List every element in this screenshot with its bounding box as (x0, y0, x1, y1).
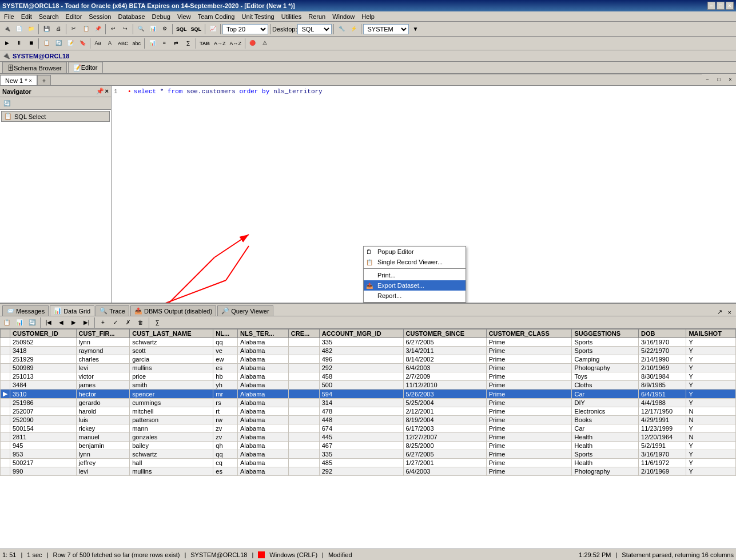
col-header-nls-ter[interactable]: NLS_TER... (238, 329, 289, 338)
menu-utilities[interactable]: Utilities (279, 13, 304, 21)
editor-inner-min[interactable]: − (702, 74, 713, 85)
dg-btn-2[interactable]: 📊 (14, 317, 25, 328)
ctx-export-dataset[interactable]: 📤 Export Dataset... (364, 280, 466, 291)
toolbar-btn-6[interactable]: ✂ (68, 23, 79, 35)
toolbar-btn-3[interactable]: 📁 (25, 23, 37, 35)
col-header-nl[interactable]: NL... (213, 329, 238, 338)
toolbar-undo[interactable]: ↩ (108, 23, 119, 35)
toolbar2-format[interactable]: Aa (92, 38, 104, 49)
ctx-report[interactable]: Report... (364, 291, 466, 301)
editor-tab-close-icon[interactable]: × (29, 78, 32, 84)
top-n-select[interactable]: Top 20 Top 50 Top 100 All (222, 24, 268, 34)
tab-query-viewer[interactable]: 🔎 Query Viewer (217, 305, 273, 316)
table-row[interactable]: 250952 lynn schwartz qq Alabama 335 6/27… (1, 338, 736, 347)
dg-last-row[interactable]: ▶| (81, 317, 92, 328)
nav-refresh-btn[interactable]: 🔄 (1, 98, 13, 109)
toolbar2-btn-10[interactable]: abc (131, 38, 143, 49)
table-row[interactable]: 500217 jeffrey hall cq Alabama 485 1/27/… (1, 459, 736, 467)
data-grid-close-icon[interactable]: × (726, 309, 734, 316)
close-button[interactable]: × (726, 2, 734, 10)
nav-close-icon[interactable]: × (105, 88, 109, 95)
table-row[interactable]: 252090 luis patterson rw Alabama 448 8/1… (1, 416, 736, 424)
dg-next-row[interactable]: ▶ (68, 317, 79, 328)
table-row[interactable]: 252007 harold mitchell rt Alabama 478 2/… (1, 407, 736, 416)
toolbar-btn-15[interactable]: ⚡ (348, 23, 359, 35)
toolbar-btn-14[interactable]: 🔧 (336, 23, 347, 35)
user-select[interactable]: SYSTEM (363, 24, 409, 34)
table-row[interactable]: 251929 charles garcia ew Alabama 496 8/1… (1, 355, 736, 364)
toolbar2-btn-1[interactable]: ▶ (1, 38, 13, 49)
nav-sql-select[interactable]: 📋 SQL Select (1, 111, 110, 122)
dg-btn-3[interactable]: 🔄 (26, 317, 38, 328)
menu-view[interactable]: View (174, 13, 194, 21)
ctx-popup-editor[interactable]: 🗒 Popup Editor (364, 247, 466, 257)
col-header-cust-first[interactable]: CUST_FIR... (76, 329, 130, 338)
toolbar2-btn-12[interactable]: ≡ (158, 38, 170, 49)
toolbar2-btn-13[interactable]: ⇄ (170, 38, 182, 49)
toolbar-btn-12[interactable]: SQL (189, 23, 204, 35)
toolbar-btn-13[interactable]: 📈 (207, 23, 218, 35)
menu-session[interactable]: Session (86, 13, 114, 21)
toolbar-btn-8[interactable]: 📌 (92, 23, 104, 35)
menu-database[interactable]: Database (115, 13, 148, 21)
ctx-print[interactable]: Print... (364, 270, 466, 280)
toolbar2-btn-4[interactable]: 📋 (41, 38, 52, 49)
col-header-cre[interactable]: CRE... (288, 329, 319, 338)
dg-sort-btn[interactable]: ∑ (152, 317, 163, 328)
menu-debug[interactable]: Debug (149, 13, 173, 21)
menu-editor[interactable]: Editor (63, 13, 85, 21)
table-row[interactable]: 251986 gerardo cummings rs Alabama 314 5… (1, 399, 736, 407)
col-header-acct-mgr[interactable]: ACCOUNT_MGR_ID (319, 329, 403, 338)
toolbar2-btn-14[interactable]: ∑ (182, 38, 194, 49)
menu-teamcoding[interactable]: Team Coding (195, 13, 238, 21)
tab-data-grid[interactable]: 📊 Data Grid (50, 305, 94, 316)
data-grid-float-icon[interactable]: ↗ (715, 308, 725, 316)
toolbar2-btn-5[interactable]: 🔄 (53, 38, 64, 49)
ctx-single-record[interactable]: 📋 Single Record Viewer... (364, 257, 466, 267)
nav-pin-icon[interactable]: 📌 (96, 88, 104, 95)
toolbar-search[interactable]: 🔍 (135, 23, 146, 35)
dg-btn-4[interactable]: + (97, 317, 109, 328)
dg-btn-7[interactable]: 🗑 (135, 317, 146, 328)
col-header-cust-last[interactable]: CUST_LAST_NAME (130, 329, 213, 338)
toolbar2-btn-7[interactable]: 🔖 (77, 38, 88, 49)
col-header-cust-since[interactable]: CUSTOMER_SINCE (403, 329, 486, 338)
dg-prev-row[interactable]: ◀ (55, 317, 67, 328)
table-row[interactable]: ▶ 3510 hector spencer mr Alabama 594 5/2… (1, 390, 736, 399)
editor-inner-max[interactable]: □ (713, 74, 725, 85)
col-header-customer-id[interactable]: CUSTOMER_ID (10, 329, 77, 338)
toolbar2-btn-18[interactable]: 🔴 (247, 38, 258, 49)
toolbar-btn-7[interactable]: 📋 (80, 23, 91, 35)
title-bar-controls[interactable]: − □ × (707, 2, 734, 10)
tab-editor[interactable]: 📝 Editor (68, 62, 103, 73)
col-header-cust-class[interactable]: CUSTOMER_CLASS (486, 329, 572, 338)
dg-btn-6[interactable]: ✗ (122, 317, 134, 328)
toolbar-btn-16[interactable]: ▼ (409, 23, 421, 35)
table-row[interactable]: 251013 victor price hb Alabama 458 2/7/2… (1, 372, 736, 381)
table-row[interactable]: 945 benjamin bailey qh Alabama 467 8/25/… (1, 442, 736, 450)
dg-btn-5[interactable]: ✓ (110, 317, 121, 328)
toolbar-redo[interactable]: ↪ (120, 23, 131, 35)
dg-btn-1[interactable]: 📋 (1, 317, 13, 328)
col-header-mailshot[interactable]: MAILSHOT (686, 329, 736, 338)
tab-messages[interactable]: 📨 Messages (2, 305, 49, 316)
desktop-select[interactable]: SQL (297, 24, 332, 34)
toolbar-btn-9[interactable]: 📊 (147, 23, 158, 35)
tab-dbms-output[interactable]: 📤 DBMS Output (disabled) (130, 305, 216, 316)
toolbar2-btn-16[interactable]: A→Z (212, 38, 228, 49)
menu-unittesting[interactable]: Unit Testing (238, 13, 277, 21)
menu-rerun[interactable]: Rerun (305, 13, 328, 21)
toolbar2-btn-6[interactable]: 📝 (65, 38, 76, 49)
toolbar-btn-1[interactable]: 🔌 (1, 23, 13, 35)
toolbar2-btn-2[interactable]: ⏸ (13, 38, 25, 49)
toolbar-btn-5[interactable]: 🖨 (53, 23, 64, 35)
menu-file[interactable]: File (1, 13, 17, 21)
dg-first-row[interactable]: |◀ (43, 317, 54, 328)
table-row[interactable]: 2811 manuel gonzales zv Alabama 445 12/2… (1, 433, 736, 442)
toolbar2-btn-8[interactable]: A (104, 38, 116, 49)
table-row[interactable]: 500989 levi mullins es Alabama 292 6/4/2… (1, 364, 736, 372)
toolbar-btn-11[interactable]: SQL (174, 23, 189, 35)
tab-schema-browser[interactable]: 🗄 Schema Browser (2, 62, 67, 73)
maximize-button[interactable]: □ (717, 2, 725, 10)
data-grid-table-wrapper[interactable]: CUSTOMER_ID CUST_FIR... CUST_LAST_NAME N… (0, 329, 736, 549)
